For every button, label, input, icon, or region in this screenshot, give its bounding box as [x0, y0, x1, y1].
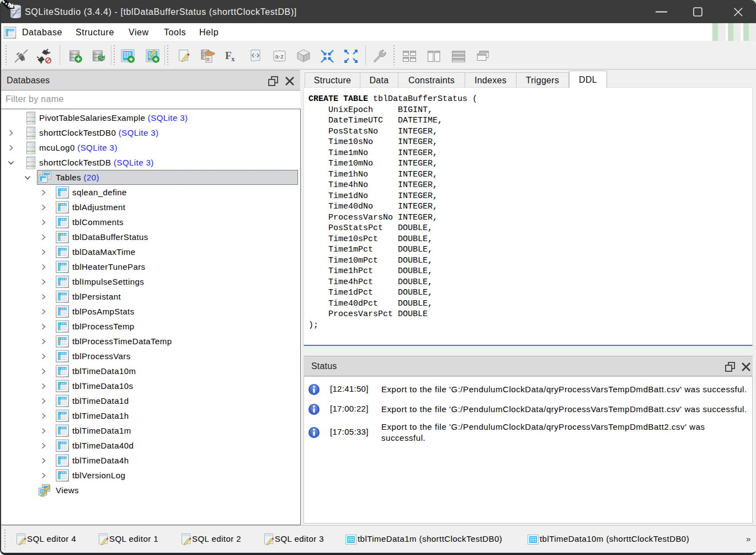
svg-text:x: x: [231, 55, 235, 63]
svg-text:a·z: a·z: [275, 53, 284, 60]
svg-text:F: F: [225, 50, 232, 61]
